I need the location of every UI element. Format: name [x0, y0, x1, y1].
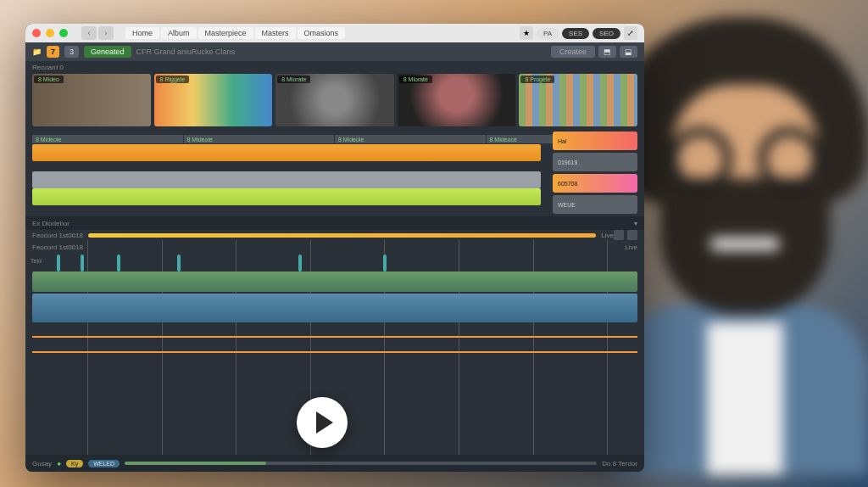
tab-generated[interactable]: Geneated — [84, 46, 131, 58]
play-icon — [316, 411, 333, 434]
media-thumb[interactable]: 8 Progele — [519, 74, 637, 126]
clip-gray[interactable] — [32, 171, 541, 188]
play-button[interactable] — [297, 397, 348, 448]
sub-badge-1: 3 — [64, 46, 79, 58]
titlebar: ‹ › Home Album Masterpiece Masters Omasi… — [25, 24, 644, 42]
subheader: 📁 7 3 Geneated CFR Grand aniuRucke Clans… — [25, 42, 644, 61]
clip-area: 8 Mideole 8 Mideole 8 Mideole 8 Mideoce … — [25, 132, 644, 216]
layout-icon-2[interactable]: ⬓ — [620, 46, 637, 58]
media-thumb[interactable]: 8 Miorate — [275, 74, 394, 126]
expand-button[interactable]: ⤢ — [624, 26, 637, 40]
progress-row: Feocord 1st0018 Live — [25, 230, 644, 240]
timeline-marker[interactable] — [298, 255, 302, 271]
clip-green[interactable] — [32, 188, 541, 205]
thumb-label: 8 Miorate — [277, 76, 310, 83]
progress-right: Live — [601, 232, 614, 239]
timeline-orange-line[interactable] — [32, 336, 637, 338]
thumb-label: 8 Mideo — [34, 76, 64, 83]
timeline-header-right: Live — [625, 244, 637, 251]
zoom-icon[interactable] — [59, 29, 68, 37]
clip-header-seg: 8 Mideole — [184, 135, 336, 143]
side-block-4[interactable]: WEUE — [553, 195, 637, 214]
create-button[interactable]: Createe — [551, 46, 595, 58]
mid-divider: Ex Diodebor ▾ — [25, 216, 644, 230]
side-block-3[interactable]: 605708 — [553, 174, 637, 193]
timeline-header-label: Feocord 1st0018 — [32, 244, 83, 251]
pill-ses[interactable]: SES — [562, 28, 589, 39]
minimize-icon[interactable] — [46, 29, 54, 37]
section-record-label: Recoard 0 — [25, 61, 644, 74]
prog-tool-2[interactable] — [627, 230, 637, 240]
chevron-down-icon[interactable]: ▾ — [634, 220, 637, 227]
menu-masters[interactable]: Masters — [255, 27, 296, 39]
progress-bar[interactable] — [88, 233, 596, 238]
thumb-label: 8 Progele — [520, 76, 554, 83]
progress-label: Feocord 1st0018 — [32, 232, 83, 239]
star-button[interactable]: ★ — [520, 26, 533, 40]
footer-slider[interactable] — [125, 462, 597, 465]
layout-icon-1[interactable]: ⬒ — [598, 46, 616, 58]
thumb-label: 8 Miorate — [399, 76, 432, 83]
timeline-marker[interactable] — [177, 255, 181, 271]
track-label-1: Teld — [31, 258, 42, 264]
timeline-marker[interactable] — [117, 255, 120, 271]
footer-label: Gusay — [32, 460, 52, 467]
footer-right-label: Do 8 Terdor — [602, 460, 637, 467]
pill-pa[interactable]: PA — [537, 28, 559, 39]
media-browser: 8 Mideo 8 Riggele 8 Miorate 8 Miorate 8 … — [25, 74, 644, 126]
footer-dot-icon[interactable]: ● — [57, 460, 61, 467]
side-panel: Hal 019618 605708 WEUE — [553, 132, 637, 216]
menu-home[interactable]: Home — [125, 27, 159, 39]
side-block-1[interactable]: Hal — [553, 132, 637, 150]
menu-masterpiece[interactable]: Masterpiece — [198, 27, 253, 39]
prog-tool-1[interactable] — [614, 230, 624, 240]
thumb-label: 8 Riggele — [156, 76, 190, 83]
timeline-track-blue[interactable] — [32, 294, 637, 322]
media-thumb[interactable]: 8 Riggele — [154, 74, 273, 126]
timeline-marker[interactable] — [81, 255, 84, 271]
side-block-2[interactable]: 019618 — [553, 153, 637, 171]
footer: Gusay ● Ky WELED Do 8 Terdor — [25, 455, 644, 472]
mid-label: Ex Diodebor — [32, 220, 70, 227]
nav-fwd-button[interactable]: › — [98, 26, 114, 40]
project-info: CFR Grand aniuRucke Clans — [136, 48, 236, 56]
menu-omasions[interactable]: Omasions — [298, 27, 346, 39]
timeline-marker[interactable] — [383, 255, 387, 271]
close-icon[interactable] — [32, 29, 41, 37]
clip-header-seg: 8 Mideole — [335, 135, 487, 143]
timeline-marker[interactable] — [57, 255, 60, 271]
footer-badge-2[interactable]: WELED — [88, 460, 120, 467]
clip-header-seg: 8 Mideole — [32, 135, 184, 143]
count-badge: 7 — [47, 46, 59, 58]
timeline-orange-line-2[interactable] — [32, 351, 637, 353]
nav-back-button[interactable]: ‹ — [81, 26, 97, 40]
media-thumb[interactable]: 8 Miorate — [398, 74, 516, 126]
media-thumb[interactable]: 8 Mideo — [32, 74, 151, 126]
folder-icon: 📁 — [32, 48, 42, 56]
footer-badge-1[interactable]: Ky — [66, 460, 83, 467]
clip-orange-1[interactable] — [32, 144, 541, 161]
menu-album[interactable]: Album — [161, 27, 197, 39]
menu-bar: Home Album Masterpiece Masters Omasions — [125, 27, 345, 39]
timeline-track-green[interactable] — [32, 271, 637, 292]
pill-seo[interactable]: SEO — [593, 28, 620, 39]
